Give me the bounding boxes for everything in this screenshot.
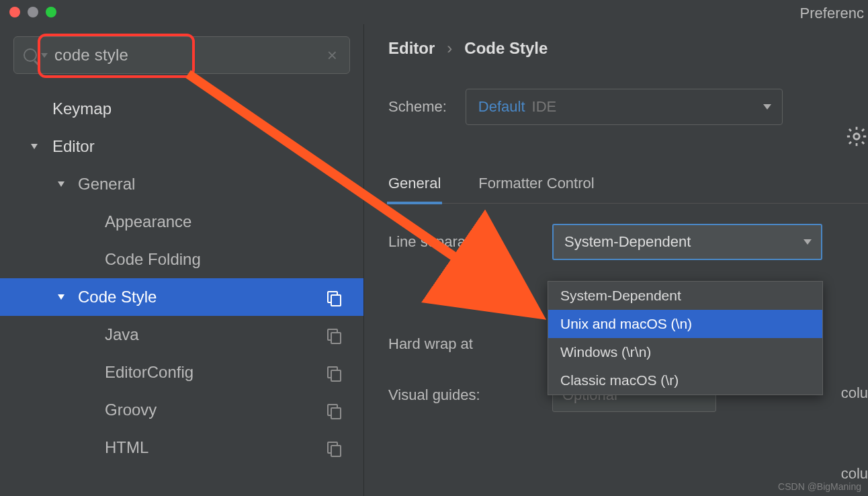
- breadcrumb-separator: ›: [447, 39, 452, 58]
- gear-icon[interactable]: [845, 125, 868, 151]
- tree-item-label: EditorConfig: [105, 363, 193, 382]
- tree-item-editor[interactable]: Editor: [0, 128, 363, 165]
- dropdown-option[interactable]: Unix and macOS (\n): [548, 310, 822, 338]
- scheme-tag: IDE: [532, 98, 557, 116]
- dropdown-option[interactable]: System-Dependent: [548, 282, 822, 310]
- sidebar: code style × KeymapEditorGeneralAppearan…: [0, 24, 364, 496]
- tree-item-code-style[interactable]: Code Style: [0, 278, 363, 316]
- window-controls: [9, 7, 56, 17]
- settings-tree: KeymapEditorGeneralAppearanceCode Foldin…: [0, 86, 363, 466]
- content-panel: Editor › Code Style Scheme: Default IDE …: [364, 24, 868, 496]
- window-title: Preferenc: [800, 5, 864, 22]
- search-filter-icon[interactable]: [41, 53, 48, 58]
- tree-item-label: General: [78, 175, 135, 194]
- tree-item-label: Groovy: [105, 401, 157, 419]
- dropdown-option[interactable]: Windows (\r\n): [548, 338, 822, 366]
- tab-general[interactable]: General: [388, 175, 441, 203]
- line-separator-label: Line separator:: [388, 233, 532, 251]
- tree-item-label: HTML: [105, 438, 148, 457]
- close-window-button[interactable]: [9, 7, 20, 17]
- copy-icon: [327, 404, 339, 416]
- clear-search-icon[interactable]: ×: [327, 45, 340, 66]
- tree-item-general[interactable]: General: [0, 165, 363, 203]
- hard-wrap-suffix: colu: [841, 384, 868, 402]
- tree-item-code-folding[interactable]: Code Folding: [0, 241, 363, 278]
- tree-item-label: Java: [105, 325, 139, 344]
- maximize-window-button[interactable]: [46, 7, 56, 17]
- visual-guides-label: Visual guides:: [388, 386, 532, 404]
- watermark: CSDN @BigManing: [778, 481, 861, 492]
- expand-arrow-icon: [31, 144, 38, 149]
- tree-item-appearance[interactable]: Appearance: [0, 203, 363, 241]
- copy-icon: [327, 291, 339, 303]
- tree-item-html[interactable]: HTML: [0, 429, 363, 466]
- tree-item-label: Keymap: [52, 99, 112, 118]
- chevron-down-icon: [804, 239, 812, 245]
- breadcrumb-current: Code Style: [464, 39, 548, 58]
- scheme-select[interactable]: Default IDE: [466, 89, 783, 125]
- copy-icon: [327, 366, 339, 378]
- scheme-value: Default: [478, 98, 525, 116]
- tree-item-keymap[interactable]: Keymap: [0, 90, 363, 128]
- minimize-window-button[interactable]: [28, 7, 38, 17]
- tab-formatter-control[interactable]: Formatter Control: [478, 175, 594, 203]
- breadcrumb: Editor › Code Style: [388, 39, 868, 58]
- tree-item-editorconfig[interactable]: EditorConfig: [0, 354, 363, 391]
- tree-item-label: Code Style: [78, 288, 157, 306]
- line-separator-dropdown[interactable]: System-DependentUnix and macOS (\n)Windo…: [548, 281, 823, 395]
- search-input[interactable]: code style ×: [13, 36, 350, 74]
- copy-icon: [327, 442, 339, 454]
- hard-wrap-label: Hard wrap at: [388, 335, 532, 353]
- expand-arrow-icon: [58, 294, 64, 300]
- tree-item-groovy[interactable]: Groovy: [0, 391, 363, 429]
- search-value: code style: [54, 46, 327, 65]
- scheme-label: Scheme:: [388, 98, 447, 116]
- breadcrumb-parent[interactable]: Editor: [388, 39, 435, 58]
- dropdown-option[interactable]: Classic macOS (\r): [548, 366, 822, 395]
- tree-item-label: Editor: [52, 137, 95, 156]
- tree-item-java[interactable]: Java: [0, 316, 363, 354]
- tree-item-label: Appearance: [105, 212, 191, 231]
- tree-item-label: Code Folding: [105, 250, 201, 269]
- search-icon: [24, 48, 37, 62]
- copy-icon: [327, 329, 339, 341]
- line-separator-value: System-Dependent: [564, 233, 691, 251]
- titlebar: Preferenc: [0, 0, 868, 24]
- line-separator-select[interactable]: System-Dependent: [552, 224, 822, 260]
- tabs: GeneralFormatter Control: [388, 175, 868, 204]
- visual-guides-suffix: colu: [841, 465, 868, 483]
- svg-point-0: [854, 134, 860, 140]
- chevron-down-icon: [763, 104, 771, 110]
- expand-arrow-icon: [58, 181, 64, 187]
